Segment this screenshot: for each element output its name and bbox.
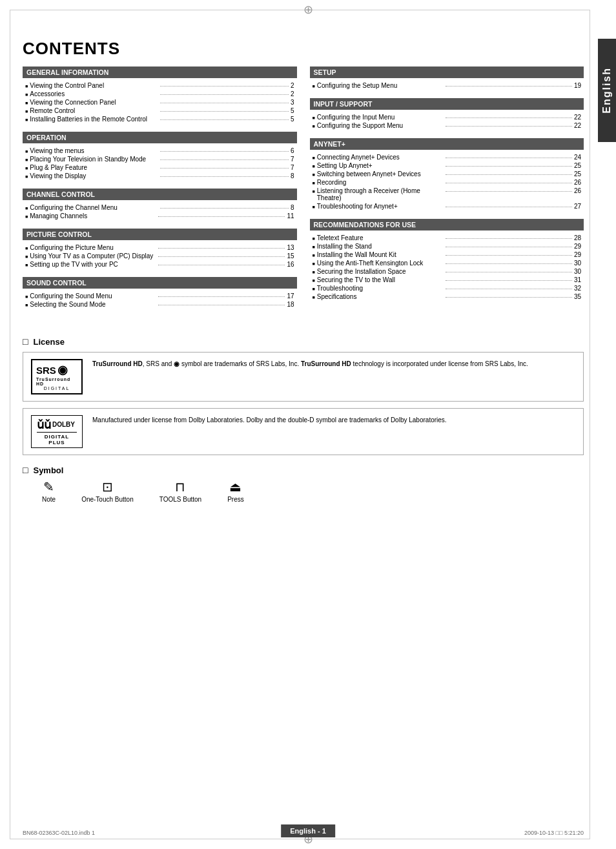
toc-item-text: Configuring the Setup Menu: [317, 82, 444, 89]
toc-item: Recording26: [313, 179, 582, 186]
toc-item-text: Viewing the menus: [30, 147, 158, 154]
toc-item-text: Placing Your Television in Standby Mode: [30, 156, 158, 163]
dolby-digital-plus: DIGITAL PLUS: [37, 432, 77, 445]
toc-item-page: 18: [287, 301, 294, 308]
toc-item-text: Setting up the TV with your PC: [30, 261, 156, 268]
toc-item-dots: [160, 86, 289, 87]
toc-item-page: 27: [574, 203, 581, 210]
section-items-operation: Viewing the menus6Placing Your Televisio…: [23, 146, 297, 182]
dolby-license-box: ǔǔ DOLBY DIGITAL PLUS Manufactured under…: [23, 408, 584, 455]
toc-item-page: 26: [574, 179, 581, 186]
section-recommendations: RECOMMENDATIONS FOR USETeletext Feature2…: [310, 219, 584, 303]
section-operation: OPERATIONViewing the menus6Placing Your …: [23, 132, 297, 182]
toc-item-dots: [160, 208, 289, 209]
toc-item-page: 29: [574, 243, 581, 250]
toc-item: Viewing the Display8: [25, 172, 294, 179]
page-footer: English - 1: [281, 824, 335, 837]
dolby-license-text: Manufactured under license from Dolby La…: [92, 415, 447, 425]
toc-item-text: Configuring the Picture Menu: [30, 244, 156, 251]
srs-logo: SRS ◉ TruSurround HD DIGITAL: [31, 359, 83, 394]
toc-item-page: 15: [287, 252, 294, 260]
dolby-logo: ǔǔ DOLBY DIGITAL PLUS: [31, 415, 83, 448]
toc-item-dots: [446, 118, 572, 118]
toc-item-text: Configuring the Sound Menu: [30, 292, 156, 300]
toc-right-column: SETUPConfiguring the Setup Menu19INPUT /…: [310, 66, 584, 317]
toc-item-page: 25: [574, 162, 581, 169]
toc-item: Securing the TV to the Wall31: [313, 276, 582, 283]
toc-item: Configuring the Sound Menu17: [25, 292, 294, 300]
toc-item-dots: [158, 256, 285, 257]
toc-item-text: Troubleshooting for Anynet+: [317, 203, 444, 210]
toc-item-page: 7: [291, 164, 294, 171]
section-setup: SETUPConfiguring the Setup Menu19: [310, 66, 584, 92]
section-header-sound-control: SOUND CONTROL: [23, 277, 297, 289]
toc-item: Configuring the Input Menu22: [313, 114, 582, 121]
toc-item-dots: [446, 255, 572, 256]
toc-item: Viewing the Connection Panel3: [25, 99, 294, 106]
toc-item: Plug & Play Feature7: [25, 164, 294, 171]
toc-item-dots: [158, 296, 285, 297]
toc-item-text: Managing Channels: [30, 212, 156, 220]
toc-item-page: 26: [574, 187, 581, 194]
toc-item-text: Securing the TV to the Wall: [317, 276, 444, 283]
section-items-setup: Configuring the Setup Menu19: [310, 81, 584, 92]
srs-license-box: SRS ◉ TruSurround HD DIGITAL TruSurround…: [23, 352, 584, 402]
section-header-recommendations: RECOMMENDATIONS FOR USE: [310, 219, 584, 230]
toc-item-page: 28: [574, 234, 581, 241]
toc-item-text: Configuring the Channel Menu: [30, 204, 158, 211]
symbol-item-note: ✎Note: [42, 480, 56, 503]
tools-icon: ⊓: [175, 480, 185, 493]
toc-item-dots: [446, 191, 572, 192]
toc-item-dots: [160, 111, 289, 112]
toc-item: Configuring the Support Menu22: [313, 122, 582, 129]
crosshair-top-icon: ⊕: [303, 3, 313, 17]
dolby-name: DOLBY: [52, 421, 75, 429]
toc-item-dots: [158, 216, 285, 217]
section-sound-control: SOUND CONTROLConfiguring the Sound Menu1…: [23, 277, 297, 311]
section-items-general-information: Viewing the Control Panel2Accessories2Vi…: [23, 81, 297, 125]
toc-item-text: Troubleshooting: [317, 285, 444, 292]
toc-item-page: 5: [291, 116, 294, 123]
section-items-input-support: Configuring the Input Menu22Configuring …: [310, 112, 584, 132]
toc-item-dots: [446, 126, 572, 127]
toc-item-text: Configuring the Support Menu: [317, 122, 444, 129]
symbol-item-press: ⏏Press: [227, 480, 244, 503]
section-header-input-support: INPUT / SUPPORT: [310, 98, 584, 110]
toc-item-page: 8: [291, 204, 294, 211]
toc-item-dots: [160, 159, 289, 160]
footer-badge: English - 1: [281, 824, 335, 837]
footer-doc-left: BN68-02363C-02L10.indb 1: [23, 830, 95, 836]
section-picture-control: PICTURE CONTROLConfiguring the Picture M…: [23, 229, 297, 271]
toc-item-text: Specifications: [317, 293, 444, 300]
toc-item: Securing the Installation Space30: [313, 268, 582, 275]
symbol-item-tools: ⊓TOOLS Button: [159, 480, 201, 503]
toc-item-page: 7: [291, 156, 294, 163]
toc-item: Switching between Anynet+ Devices25: [313, 170, 582, 178]
toc-item-page: 6: [291, 147, 294, 154]
section-general-information: GENERAL INFORMATIONViewing the Control P…: [23, 66, 297, 125]
toc-item-text: Teletext Feature: [317, 234, 444, 241]
toc-item-text: Installing the Stand: [317, 243, 444, 250]
toc-item-page: 30: [574, 268, 581, 275]
toc-columns: GENERAL INFORMATIONViewing the Control P…: [23, 66, 584, 317]
symbol-label-note: Note: [42, 496, 56, 503]
toc-item-page: 22: [574, 114, 581, 121]
license-title: License: [23, 336, 584, 347]
section-channel-control: CHANNEL CONTROLConfiguring the Channel M…: [23, 189, 297, 222]
toc-item-dots: [446, 183, 572, 183]
section-input-support: INPUT / SUPPORTConfiguring the Input Men…: [310, 98, 584, 132]
toc-item-text: Configuring the Input Menu: [317, 114, 444, 121]
toc-item: Viewing the Control Panel2: [25, 82, 294, 89]
dolby-dd-icon: ǔǔ: [37, 418, 51, 432]
section-header-setup: SETUP: [310, 66, 584, 78]
language-tab: English: [598, 39, 616, 142]
toc-item-page: 2: [291, 82, 294, 89]
toc-item-text: Viewing the Control Panel: [30, 82, 158, 89]
toc-item-page: 13: [287, 244, 294, 251]
toc-item-text: Viewing the Display: [30, 172, 158, 179]
symbol-item-one-touch: ⊡One-Touch Button: [81, 480, 134, 503]
toc-item: Configuring the Channel Menu8: [25, 204, 294, 211]
toc-item-dots: [446, 272, 572, 272]
note-icon: ✎: [43, 480, 54, 493]
toc-item-page: 31: [574, 276, 581, 283]
